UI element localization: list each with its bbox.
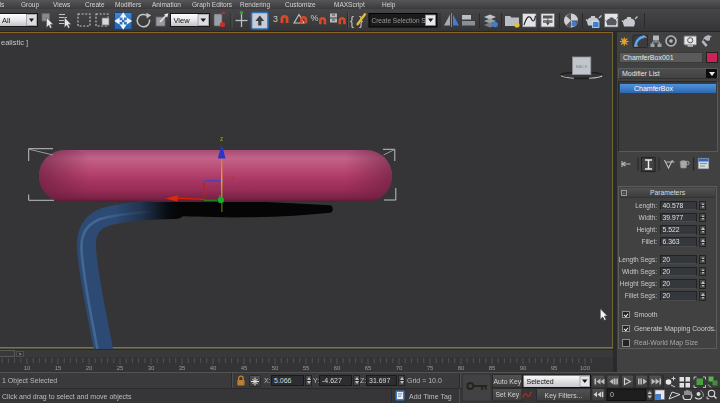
svg-text:z: z: [220, 135, 223, 142]
svg-text:85: 85: [489, 365, 496, 371]
svg-text:Key Filters...: Key Filters...: [545, 392, 583, 400]
svg-text:Selected: Selected: [527, 378, 554, 385]
svg-text:3: 3: [273, 14, 278, 24]
svg-text:60: 60: [334, 365, 341, 371]
svg-text:15: 15: [55, 365, 62, 371]
svg-text:{: {: [350, 14, 354, 28]
svg-text:Set Key: Set Key: [495, 391, 519, 399]
svg-text:10: 10: [24, 365, 31, 371]
svg-text:80: 80: [458, 365, 465, 371]
svg-text:All: All: [2, 16, 11, 25]
svg-text:Auto Key: Auto Key: [494, 378, 522, 386]
svg-text:65: 65: [365, 365, 372, 371]
svg-text:35: 35: [179, 365, 186, 371]
svg-text:0: 0: [610, 391, 614, 398]
svg-text:70: 70: [396, 365, 403, 371]
svg-text:View: View: [174, 16, 191, 25]
svg-text:20: 20: [86, 365, 93, 371]
svg-text:%: %: [311, 13, 319, 23]
svg-text:95: 95: [551, 365, 558, 371]
svg-text:75: 75: [427, 365, 434, 371]
svg-text:BACK: BACK: [576, 64, 588, 69]
svg-text:Create Selection Se: Create Selection Se: [372, 17, 430, 24]
svg-text:45: 45: [241, 365, 248, 371]
svg-text:40: 40: [210, 365, 217, 371]
svg-text:100: 100: [580, 365, 591, 371]
svg-text:55: 55: [303, 365, 310, 371]
svg-text:30: 30: [148, 365, 155, 371]
svg-text:50: 50: [272, 365, 279, 371]
svg-text:90: 90: [520, 365, 527, 371]
svg-text:25: 25: [117, 365, 124, 371]
